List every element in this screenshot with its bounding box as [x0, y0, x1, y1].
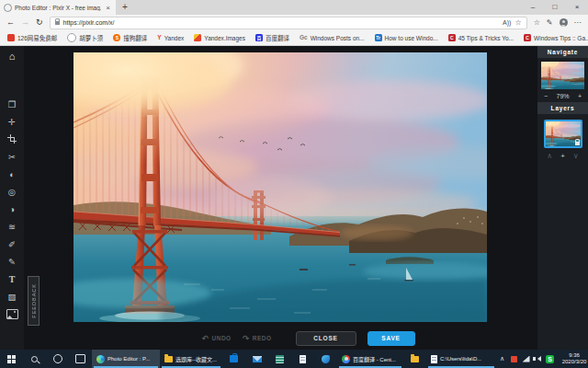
browser-tab[interactable]: Photo Editor : Pixlr X - free imag... × — [0, 0, 116, 15]
task-view-button[interactable] — [69, 350, 92, 368]
filter-tool[interactable]: ◑ — [0, 201, 24, 218]
cutout-tool[interactable]: ✂ — [0, 148, 24, 166]
layers-panel-header: Layers — [537, 102, 588, 114]
store-button[interactable] — [222, 350, 245, 368]
canvas-image[interactable] — [74, 52, 487, 322]
draw-tool[interactable]: ✎ — [0, 253, 24, 270]
mail-button[interactable] — [245, 350, 268, 368]
adjust-icon: ◐ — [9, 170, 15, 179]
bookmark-baidu-translate[interactable]: 百 百度翻译 — [255, 33, 289, 42]
bookmark-45-tips[interactable]: C 45 Tips & Tricks Yo... — [448, 34, 514, 41]
zoom-out-button[interactable]: − — [544, 93, 548, 99]
taskbar-search-button[interactable] — [23, 350, 46, 368]
bookmark-windows-posts[interactable]: Gc Windows Posts on... — [300, 34, 365, 41]
mail-icon — [253, 356, 262, 362]
layer-down-icon[interactable]: ∨ — [573, 152, 579, 160]
add-element-tool[interactable] — [0, 305, 24, 323]
transform-tool[interactable]: ✛ — [0, 113, 24, 131]
tab-bar: Photo Editor : Pixlr X - free imag... × … — [0, 0, 588, 15]
yandex-images-icon — [194, 34, 201, 41]
c-icon: C — [448, 34, 456, 41]
effect-tool[interactable]: ◎ — [0, 183, 24, 201]
windows-taskbar: Photo Editor : P... 选题库--收藏文... 百度翻译 - C… — [0, 350, 588, 368]
close-button[interactable]: CLOSE — [296, 331, 356, 346]
bookmark-yandex[interactable]: Y Yandex — [157, 34, 184, 41]
browser-chrome: Photo Editor : Pixlr X - free imag... × … — [0, 0, 588, 46]
adjust-tool[interactable]: ◐ — [0, 166, 24, 183]
bookmark-sogou-translate[interactable]: S 搜狗翻译 — [113, 33, 147, 42]
add-favorite-icon[interactable]: ☆ — [514, 18, 521, 27]
favorites-hub-icon[interactable]: ☆ — [534, 18, 540, 27]
sogou-ime-icon[interactable]: S — [544, 355, 556, 363]
tray-app-icon[interactable] — [508, 356, 520, 362]
bookmark-yandex-images[interactable]: Yandex.Images — [194, 34, 245, 41]
clock-date: 2020/3/20 — [556, 359, 588, 365]
home-icon[interactable]: ⌂ — [0, 46, 24, 66]
more-menu-icon[interactable]: ⋯ — [574, 18, 582, 27]
taskbar-window-label: C:\Users\lida\D... — [440, 356, 481, 362]
system-tray: ∧ S 9:36 2020/3/20 — [496, 350, 588, 368]
effect-icon: ◎ — [8, 188, 16, 197]
read-aloud-icon[interactable]: A)) — [503, 19, 511, 26]
bookmark-label: Windows Tips :: Ga... — [534, 35, 588, 41]
fill-icon: ▨ — [8, 293, 17, 302]
cortana-icon — [53, 354, 62, 363]
golden-gate-photo — [74, 52, 487, 322]
crop-tool[interactable] — [0, 131, 24, 148]
feedback-tab[interactable]: FEEDBACK — [28, 276, 40, 326]
window-minimize-button[interactable]: – — [522, 0, 544, 15]
taskbar-clock[interactable]: 9:36 2020/3/20 — [556, 352, 588, 365]
document-app-button[interactable] — [291, 350, 314, 368]
back-icon[interactable]: ← — [6, 18, 15, 27]
carrot-icon — [67, 33, 76, 42]
window-close-button[interactable]: × — [566, 0, 588, 15]
bookmark-windows-tips[interactable]: C Windows Tips :: Ga... — [524, 34, 588, 41]
new-tab-button[interactable]: + — [116, 0, 134, 15]
zoom-in-button[interactable]: + — [578, 93, 582, 99]
taskbar-window-baidu-translate[interactable]: 百度翻译 - Cent... — [337, 350, 403, 368]
sogou-icon: S — [113, 34, 120, 41]
tab-close-icon[interactable]: × — [104, 4, 112, 12]
start-button[interactable] — [0, 350, 23, 368]
windows-logo-icon — [7, 355, 16, 363]
tabbar-spacer — [134, 0, 522, 15]
save-button[interactable]: SAVE — [368, 331, 415, 346]
onenote-button[interactable] — [268, 350, 291, 368]
bookmark-label: Yandex.Images — [204, 35, 245, 41]
navigate-thumbnail[interactable] — [541, 62, 584, 89]
tab-title: Photo Editor : Pixlr X - free imag... — [15, 5, 101, 11]
bookmarks-bar: 126网易免费邮 胡萝卜须 S 搜狗翻译 Y Yandex Yandex.Ima… — [0, 30, 588, 46]
address-input[interactable]: https://pixlr.com/x/ A)) ☆ — [50, 17, 527, 29]
layer-up-icon[interactable]: ∧ — [547, 152, 552, 160]
add-layer-icon[interactable]: + — [560, 152, 565, 160]
taskbar-window-library[interactable]: 选题库--收藏文... — [160, 350, 222, 368]
taskbar-window-photo-editor[interactable]: Photo Editor : P... — [92, 350, 160, 368]
layer-item[interactable] — [544, 120, 582, 148]
text-tool[interactable]: T — [0, 270, 24, 288]
bookmark-label: 胡萝卜须 — [79, 33, 103, 42]
bookmark-126mail[interactable]: 126网易免费邮 — [7, 33, 57, 42]
browser-app-button[interactable] — [314, 350, 337, 368]
volume-icon[interactable] — [532, 356, 544, 362]
profile-avatar[interactable] — [560, 18, 568, 27]
retouch-tool[interactable]: ✐ — [0, 236, 24, 253]
bookmark-carrot[interactable]: 胡萝卜须 — [67, 33, 103, 42]
url-text[interactable]: https://pixlr.com/x/ — [63, 19, 500, 26]
network-icon[interactable] — [520, 356, 532, 362]
fill-tool[interactable]: ▨ — [0, 288, 24, 305]
tray-expand-icon[interactable]: ∧ — [496, 355, 508, 362]
arrange-tool[interactable]: ❐ — [0, 96, 24, 113]
refresh-icon[interactable]: ↻ — [36, 18, 43, 27]
taskbar-window-users-folder[interactable]: C:\Users\lida\D... — [426, 350, 496, 368]
lock-icon — [55, 21, 60, 25]
cortana-button[interactable] — [46, 350, 69, 368]
document-icon — [300, 355, 306, 363]
clock-time: 9:36 — [556, 352, 588, 359]
bookmark-how-to-use[interactable]: Tr How to use Windo... — [375, 34, 438, 41]
liquify-tool[interactable]: ≋ — [0, 218, 24, 236]
file-explorer-button[interactable] — [403, 350, 426, 368]
window-maximize-button[interactable]: □ — [544, 0, 566, 15]
cent-browser-icon — [342, 355, 350, 363]
annotate-icon[interactable]: ✎ — [547, 18, 553, 27]
notebook-icon — [276, 355, 284, 363]
